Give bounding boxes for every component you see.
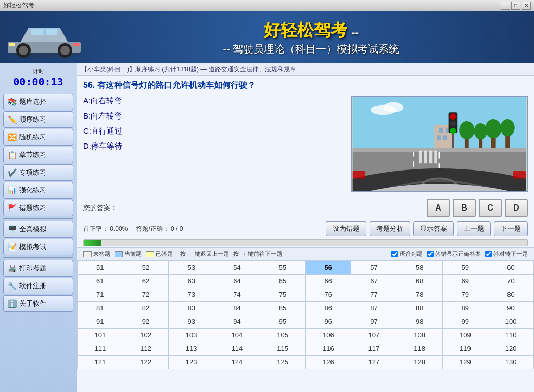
question-cell-57[interactable]: 57 bbox=[351, 261, 397, 275]
question-cell-113[interactable]: 113 bbox=[169, 342, 214, 356]
analyze-button[interactable]: 考题分析 bbox=[370, 221, 410, 236]
question-cell-117[interactable]: 117 bbox=[351, 342, 397, 356]
question-cell-61[interactable]: 61 bbox=[78, 275, 123, 288]
question-cell-94[interactable]: 94 bbox=[214, 315, 260, 329]
question-cell-95[interactable]: 95 bbox=[260, 315, 306, 329]
sidebar-item-question-bank[interactable]: 📚 题库选择 bbox=[3, 94, 73, 110]
voice-judgment-checkbox-label[interactable]: 语音判题 bbox=[391, 250, 423, 258]
option-b[interactable]: B:向左转弯 bbox=[83, 111, 346, 121]
question-cell-52[interactable]: 52 bbox=[123, 261, 169, 275]
question-cell-98[interactable]: 98 bbox=[397, 315, 442, 329]
question-cell-60[interactable]: 60 bbox=[488, 261, 534, 275]
sidebar-item-register[interactable]: 🔧 软件注册 bbox=[3, 278, 73, 294]
question-cell-67[interactable]: 67 bbox=[351, 275, 397, 288]
question-cell-54[interactable]: 54 bbox=[214, 261, 260, 275]
question-cell-71[interactable]: 71 bbox=[78, 288, 123, 302]
question-cell-53[interactable]: 53 bbox=[169, 261, 214, 275]
minimize-button[interactable]: — bbox=[501, 2, 510, 10]
question-cell-119[interactable]: 119 bbox=[442, 342, 488, 356]
question-cell-108[interactable]: 108 bbox=[397, 329, 442, 342]
question-cell-97[interactable]: 97 bbox=[351, 315, 397, 329]
question-cell-112[interactable]: 112 bbox=[123, 342, 169, 356]
sidebar-item-random[interactable]: 🔀 随机练习 bbox=[3, 129, 73, 146]
question-cell-86[interactable]: 86 bbox=[306, 302, 351, 315]
question-cell-106[interactable]: 106 bbox=[306, 329, 351, 342]
question-cell-110[interactable]: 110 bbox=[488, 329, 534, 342]
question-cell-72[interactable]: 72 bbox=[123, 288, 169, 302]
question-cell-55[interactable]: 55 bbox=[260, 261, 306, 275]
sidebar-item-chapter[interactable]: 📋 章节练习 bbox=[3, 147, 73, 163]
question-cell-100[interactable]: 100 bbox=[488, 315, 534, 329]
question-cell-89[interactable]: 89 bbox=[442, 302, 488, 315]
question-cell-91[interactable]: 91 bbox=[78, 315, 123, 329]
question-cell-70[interactable]: 70 bbox=[488, 275, 534, 288]
sidebar-item-mock-exam[interactable]: 📝 模拟考试 bbox=[3, 239, 73, 255]
question-cell-51[interactable]: 51 bbox=[78, 261, 123, 275]
question-cell-116[interactable]: 116 bbox=[306, 342, 351, 356]
question-cell-62[interactable]: 62 bbox=[123, 275, 169, 288]
question-cell-120[interactable]: 120 bbox=[488, 342, 534, 356]
question-cell-93[interactable]: 93 bbox=[169, 315, 214, 329]
sidebar-item-wrong[interactable]: 🚩 错题练习 bbox=[3, 200, 73, 216]
question-cell-87[interactable]: 87 bbox=[351, 302, 397, 315]
question-cell-104[interactable]: 104 bbox=[214, 329, 260, 342]
sidebar-item-special[interactable]: ✔️ 专项练习 bbox=[3, 164, 73, 181]
answer-btn-c[interactable]: C bbox=[479, 199, 502, 217]
sidebar-item-about[interactable]: ℹ️ 关于软件 bbox=[3, 295, 73, 312]
question-cell-92[interactable]: 92 bbox=[123, 315, 169, 329]
option-a[interactable]: A:向右转弯 bbox=[83, 96, 346, 106]
question-cell-128[interactable]: 128 bbox=[397, 356, 442, 369]
question-cell-59[interactable]: 59 bbox=[442, 261, 488, 275]
question-cell-96[interactable]: 96 bbox=[306, 315, 351, 329]
question-cell-66[interactable]: 66 bbox=[306, 275, 351, 288]
question-cell-109[interactable]: 109 bbox=[442, 329, 488, 342]
show-answer-button[interactable]: 显示答案 bbox=[413, 221, 454, 236]
sidebar-item-intensive[interactable]: 📊 强化练习 bbox=[3, 182, 73, 199]
show-correct-checkbox-label[interactable]: 答错显示正确答案 bbox=[427, 250, 481, 258]
show-correct-checkbox[interactable] bbox=[427, 251, 434, 257]
sidebar-item-print[interactable]: 🖨️ 打印考题 bbox=[3, 260, 73, 277]
answer-btn-d[interactable]: D bbox=[505, 199, 528, 217]
question-cell-80[interactable]: 80 bbox=[488, 288, 534, 302]
sidebar-item-sequential[interactable]: ✏️ 顺序练习 bbox=[3, 111, 73, 128]
question-cell-101[interactable]: 101 bbox=[78, 329, 123, 342]
question-cell-123[interactable]: 123 bbox=[169, 356, 214, 369]
maximize-button[interactable]: □ bbox=[511, 2, 520, 10]
sidebar-item-full-sim[interactable]: 🖥️ 全真模拟 bbox=[3, 221, 73, 238]
question-cell-58[interactable]: 58 bbox=[397, 261, 442, 275]
question-cell-81[interactable]: 81 bbox=[78, 302, 123, 315]
close-button[interactable]: ✕ bbox=[522, 2, 531, 10]
question-cell-103[interactable]: 103 bbox=[169, 329, 214, 342]
auto-next-checkbox[interactable] bbox=[485, 251, 492, 257]
answer-btn-b[interactable]: B bbox=[453, 199, 476, 217]
question-cell-107[interactable]: 107 bbox=[351, 329, 397, 342]
question-grid-container[interactable]: 5152535455565758596061626364656667686970… bbox=[77, 260, 534, 392]
option-d[interactable]: D:停车等待 bbox=[83, 141, 346, 151]
question-cell-124[interactable]: 124 bbox=[214, 356, 260, 369]
question-cell-125[interactable]: 125 bbox=[260, 356, 306, 369]
question-cell-77[interactable]: 77 bbox=[351, 288, 397, 302]
question-cell-102[interactable]: 102 bbox=[123, 329, 169, 342]
question-cell-111[interactable]: 111 bbox=[78, 342, 123, 356]
next-question-button[interactable]: 下一题 bbox=[494, 221, 528, 236]
question-cell-64[interactable]: 64 bbox=[214, 275, 260, 288]
question-cell-78[interactable]: 78 bbox=[397, 288, 442, 302]
question-cell-118[interactable]: 118 bbox=[397, 342, 442, 356]
question-cell-114[interactable]: 114 bbox=[214, 342, 260, 356]
question-cell-63[interactable]: 63 bbox=[169, 275, 214, 288]
question-cell-82[interactable]: 82 bbox=[123, 302, 169, 315]
answer-btn-a[interactable]: A bbox=[427, 199, 450, 217]
question-cell-74[interactable]: 74 bbox=[214, 288, 260, 302]
question-cell-126[interactable]: 126 bbox=[306, 356, 351, 369]
question-cell-73[interactable]: 73 bbox=[169, 288, 214, 302]
auto-next-checkbox-label[interactable]: 答对转下一题 bbox=[485, 250, 528, 258]
question-cell-122[interactable]: 122 bbox=[123, 356, 169, 369]
question-cell-76[interactable]: 76 bbox=[306, 288, 351, 302]
question-cell-90[interactable]: 90 bbox=[488, 302, 534, 315]
question-cell-105[interactable]: 105 bbox=[260, 329, 306, 342]
question-cell-88[interactable]: 88 bbox=[397, 302, 442, 315]
question-cell-130[interactable]: 130 bbox=[488, 356, 534, 369]
question-cell-84[interactable]: 84 bbox=[214, 302, 260, 315]
question-cell-127[interactable]: 127 bbox=[351, 356, 397, 369]
question-cell-75[interactable]: 75 bbox=[260, 288, 306, 302]
